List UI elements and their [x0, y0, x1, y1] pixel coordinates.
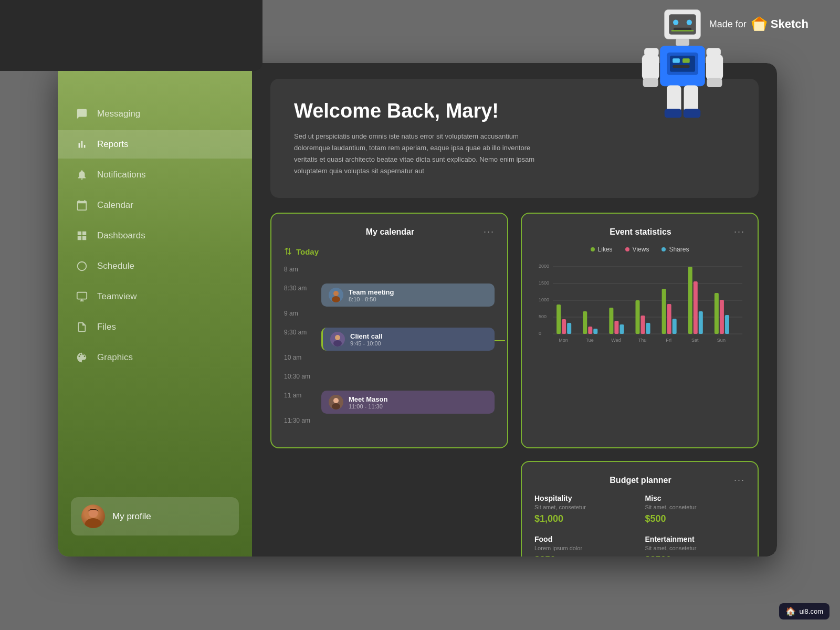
file-icon [76, 321, 88, 333]
schedule-icon [76, 260, 88, 272]
svg-rect-64 [635, 300, 639, 334]
event-avatar-client [330, 332, 345, 346]
bar-chart-icon [76, 139, 88, 150]
event-avatar-team [329, 288, 343, 302]
sidebar-item-teamview[interactable]: Teamview [58, 282, 252, 311]
reports-label: Reports [97, 139, 129, 150]
svg-rect-22 [643, 78, 658, 87]
time-label-11am: 11 am [284, 391, 313, 399]
calendar-menu-button[interactable]: ··· [484, 226, 495, 237]
event-meet-mason[interactable]: Meet Mason 11:00 - 11:30 [321, 391, 495, 414]
team-meeting-name: Team meeting [349, 288, 394, 296]
svg-rect-61 [609, 308, 613, 334]
meet-mason-time: 11:00 - 11:30 [349, 403, 387, 410]
budget-item-entertainment: Entertainment Sit amet, consetetur $3500 [645, 535, 746, 556]
entertainment-name: Entertainment [645, 535, 746, 543]
svg-rect-8 [669, 14, 696, 35]
misc-name: Misc [645, 494, 746, 502]
svg-text:Sun: Sun [717, 338, 726, 343]
teamview-icon [76, 291, 88, 302]
misc-desc: Sit amet, consetetur [645, 504, 746, 510]
svg-rect-74 [720, 300, 724, 334]
meet-mason-name: Meet Mason [349, 395, 387, 403]
svg-rect-30 [77, 292, 87, 299]
budget-card-header: Budget planner ··· [534, 475, 745, 486]
svg-point-44 [332, 403, 340, 410]
sidebar-item-reports[interactable]: Reports [58, 130, 252, 159]
svg-rect-60 [593, 329, 597, 334]
bar-chart: 2000 1500 1000 500 0 [534, 261, 745, 345]
watermark: 🏠 ui8.com [779, 603, 830, 620]
svg-text:1500: 1500 [539, 280, 549, 286]
time-row-8am: 8 am [284, 265, 495, 284]
time-row-930am: 9:30 am Client call 9:45 - 1 [284, 328, 495, 353]
svg-rect-63 [620, 324, 624, 334]
nav-items: Messaging Reports Notifications Calendar [58, 89, 252, 487]
budget-menu-button[interactable]: ··· [734, 475, 745, 486]
time-row-1030am: 10:30 am [284, 372, 495, 391]
sidebar-item-calendar[interactable]: Calendar [58, 191, 252, 219]
time-label-930am: 9:30 am [284, 328, 313, 336]
calendar-card-title: My calendar [297, 227, 484, 237]
svg-rect-25 [707, 78, 722, 87]
legend-shares: Shares [662, 246, 689, 253]
time-row-10am: 10 am [284, 353, 495, 372]
svg-rect-56 [562, 319, 566, 334]
sketch-badge: Made for Sketch [709, 16, 808, 33]
svg-rect-67 [662, 289, 666, 334]
calendar-timeline: 8 am 8:30 am [284, 265, 495, 435]
sidebar-item-schedule[interactable]: Schedule [58, 252, 252, 280]
stats-legend: Likes Views Shares [534, 246, 745, 253]
time-label-830am: 8:30 am [284, 284, 313, 292]
hospitality-amount: $1,000 [534, 513, 635, 524]
calendar-today-label: Today [296, 247, 319, 256]
svg-rect-26 [667, 86, 681, 112]
budget-item-misc: Misc Sit amet, consetetur $500 [645, 494, 746, 524]
legend-views: Views [625, 246, 649, 253]
time-row-9am: 9 am [284, 309, 495, 328]
calendar-nav: ⇅ Today [284, 246, 495, 257]
teamview-label: Teamview [97, 291, 137, 302]
sidebar-item-dashboards[interactable]: Dashboards [58, 222, 252, 250]
watermark-text: ui8.com [799, 607, 823, 615]
sketch-logo: Sketch [751, 16, 808, 33]
sidebar-item-graphics[interactable]: Graphics [58, 343, 252, 372]
stats-menu-button[interactable]: ··· [734, 226, 745, 237]
svg-point-43 [333, 398, 339, 403]
profile-name: My profile [112, 511, 151, 522]
svg-text:0: 0 [539, 331, 541, 336]
sidebar-item-messaging[interactable]: Messaging [58, 100, 252, 128]
profile-section[interactable]: My profile [71, 497, 239, 536]
svg-point-34 [85, 518, 102, 528]
hospitality-name: Hospitality [534, 494, 635, 502]
svg-marker-6 [754, 22, 764, 31]
svg-rect-59 [588, 327, 592, 334]
graphics-icon [76, 352, 88, 363]
top-left-panel [0, 0, 262, 71]
svg-rect-28 [665, 109, 682, 118]
legend-dot-blue [662, 247, 666, 251]
budget-card-title: Budget planner [547, 476, 734, 485]
sidebar-item-files[interactable]: Files [58, 313, 252, 341]
legend-dot-pink [625, 247, 629, 251]
svg-rect-71 [694, 281, 698, 334]
svg-rect-12 [671, 30, 694, 32]
time-label-1030am: 10:30 am [284, 372, 313, 380]
legend-shares-label: Shares [669, 246, 689, 253]
svg-text:2000: 2000 [539, 264, 549, 269]
svg-rect-16 [670, 56, 695, 72]
svg-text:Sat: Sat [691, 338, 699, 343]
svg-rect-72 [699, 311, 703, 334]
welcome-description: Sed ut perspiciatis unde omnis iste natu… [294, 131, 546, 177]
misc-amount: $500 [645, 513, 746, 524]
event-team-meeting[interactable]: Team meeting 8:10 - 8:50 [321, 284, 495, 307]
event-client-call[interactable]: Client call 9:45 - 10:00 [321, 328, 495, 351]
svg-rect-29 [684, 109, 701, 118]
legend-dot-green [591, 247, 595, 251]
time-row-1130am: 11:30 am [284, 416, 495, 435]
chart-area: 2000 1500 1000 500 0 [534, 261, 745, 345]
stats-card-title: Event statistics [547, 227, 734, 237]
sidebar-item-notifications[interactable]: Notifications [58, 161, 252, 189]
svg-text:1000: 1000 [539, 297, 549, 302]
avatar-image [81, 505, 105, 528]
